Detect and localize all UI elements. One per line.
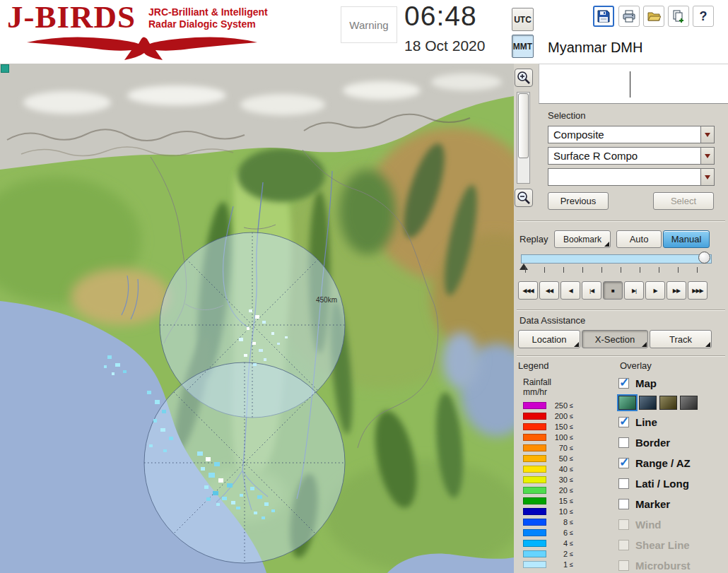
legend-row: 4≤: [523, 538, 573, 548]
legend-lte: ≤: [570, 444, 573, 451]
map-style-swatch-4[interactable]: [680, 396, 698, 410]
logo-subtitle-line1: JRC-Brilliant & Intelligent: [148, 6, 268, 18]
fast-forward-button[interactable]: ▶▶: [667, 281, 686, 300]
play-reverse-button[interactable]: ◀: [560, 281, 580, 300]
header-bar: J-BIRDS JRC-Brilliant & Intelligent Rada…: [0, 0, 728, 64]
save-button[interactable]: [593, 6, 614, 27]
skip-to-start-button[interactable]: ◀◀◀: [518, 281, 538, 300]
location-button[interactable]: Location: [518, 330, 580, 348]
media-controls: ◀◀◀ ◀◀ ◀ |◀ ■ ▶| ▶ ▶▶ ▶▶▶: [518, 281, 708, 300]
selection-dropdowns: Composite Surface R Compo: [548, 126, 715, 189]
replay-label: Replay: [519, 234, 548, 244]
mmt-button[interactable]: MMT: [512, 35, 534, 58]
rainfall-legend: 250≤ 200≤ 150≤ 100≤ 70≤ 50≤ 40≤ 30≤ 20≤ …: [523, 400, 573, 569]
map-checkbox[interactable]: [618, 378, 629, 389]
overlay-item-microburst: Microburst: [618, 555, 726, 573]
option-dropdown[interactable]: [548, 168, 715, 186]
clock-date: 18 Oct 2020: [404, 37, 485, 54]
legend-color-swatch: [523, 529, 546, 536]
x-section-button[interactable]: X-Section: [582, 330, 648, 348]
play-button[interactable]: ▶: [645, 281, 665, 300]
legend-value: 70: [548, 444, 568, 452]
track-button[interactable]: Track: [650, 330, 712, 348]
legend-value: 250: [548, 401, 568, 410]
help-button[interactable]: ?: [693, 6, 714, 27]
overlay-item-line: Line: [618, 412, 726, 432]
map-style-swatch-3[interactable]: [659, 396, 677, 410]
dropdown-arrow-button[interactable]: [700, 126, 714, 143]
timeline-ticks: [525, 267, 710, 273]
legend-lte: ≤: [570, 529, 573, 536]
option-dropdown-value: [548, 169, 700, 185]
zoom-out-button[interactable]: [515, 189, 533, 207]
radar-map[interactable]: 450km: [0, 64, 514, 573]
save-icon: [597, 9, 611, 23]
marker-checkbox[interactable]: [618, 499, 629, 509]
map-corner-marker: [1, 64, 9, 73]
product-dropdown-value: Surface R Compo: [548, 148, 700, 164]
replay-timeline-thumb[interactable]: [698, 252, 710, 264]
overlay-item-lati-long: Lati / Long: [618, 473, 726, 494]
legend-lte: ≤: [570, 455, 573, 462]
auto-button[interactable]: Auto: [616, 230, 662, 248]
step-back-button[interactable]: |◀: [582, 281, 601, 300]
overlay-item-wind: Wind: [618, 514, 726, 535]
legend-value: 30: [548, 475, 568, 484]
dropdown-arrow-button[interactable]: [700, 148, 714, 164]
legend-color-swatch: [523, 466, 546, 473]
legend-value: 1: [548, 560, 568, 569]
map-area[interactable]: 450km: [0, 64, 514, 573]
microburst-checkbox[interactable]: [618, 560, 629, 571]
legend-value: 20: [548, 486, 568, 495]
map-style-swatch-1[interactable]: [618, 396, 636, 410]
legend-lte: ≤: [570, 487, 573, 494]
select-button[interactable]: Select: [653, 192, 714, 210]
map-style-swatch-2[interactable]: [639, 396, 657, 410]
legend-value: 15: [548, 497, 568, 505]
legend-value: 6: [548, 528, 568, 537]
legend-value: 40: [548, 465, 568, 473]
step-forward-button[interactable]: ▶|: [624, 281, 644, 300]
range-label: 450km: [316, 296, 337, 304]
zoom-slider-thumb[interactable]: [518, 93, 529, 158]
zoom-slider[interactable]: [517, 92, 530, 184]
legend-lte: ≤: [570, 519, 573, 526]
legend-value: 150: [548, 423, 568, 431]
overlay-item-label: Microburst: [635, 560, 691, 572]
replay-timeline-slider[interactable]: [521, 254, 712, 264]
legend-lte: ≤: [570, 497, 573, 504]
legend-color-swatch: [523, 413, 546, 420]
previous-button[interactable]: Previous: [548, 192, 609, 210]
legend-lte: ≤: [570, 402, 573, 409]
composite-dropdown[interactable]: Composite: [548, 126, 715, 143]
open-folder-button[interactable]: [643, 6, 664, 27]
range-az-checkbox[interactable]: [618, 458, 629, 468]
legend-value: 10: [548, 507, 568, 516]
clock-time: 06:48: [404, 1, 477, 32]
print-icon: [622, 9, 636, 23]
border-checkbox[interactable]: [618, 437, 629, 448]
product-dropdown[interactable]: Surface R Compo: [548, 147, 715, 165]
manual-button[interactable]: Manual: [663, 230, 710, 248]
message-input[interactable]: [539, 64, 728, 104]
legend-unit-line2: mm/hr: [523, 387, 547, 397]
wind-checkbox[interactable]: [618, 519, 629, 530]
shear-line-checkbox[interactable]: [618, 540, 629, 550]
station-name: Myanmar DMH: [548, 40, 642, 56]
dropdown-arrow-button[interactable]: [700, 169, 714, 185]
zoom-in-button[interactable]: [515, 69, 533, 87]
export-button[interactable]: [668, 6, 689, 27]
legend-value: 100: [548, 433, 568, 442]
legend-lte: ≤: [570, 508, 573, 515]
print-button[interactable]: [618, 6, 640, 27]
bookmark-button[interactable]: Bookmark: [554, 230, 611, 248]
lati-long-checkbox[interactable]: [618, 478, 629, 489]
warning-button[interactable]: Warning: [341, 6, 397, 43]
legend-row: 20≤: [523, 485, 573, 495]
fast-rewind-button[interactable]: ◀◀: [539, 281, 559, 300]
skip-to-end-button[interactable]: ▶▶▶: [688, 281, 708, 300]
legend-row: 50≤: [523, 453, 573, 463]
utc-button[interactable]: UTC: [512, 8, 534, 31]
line-checkbox[interactable]: [618, 417, 629, 427]
stop-button[interactable]: ■: [603, 281, 623, 300]
